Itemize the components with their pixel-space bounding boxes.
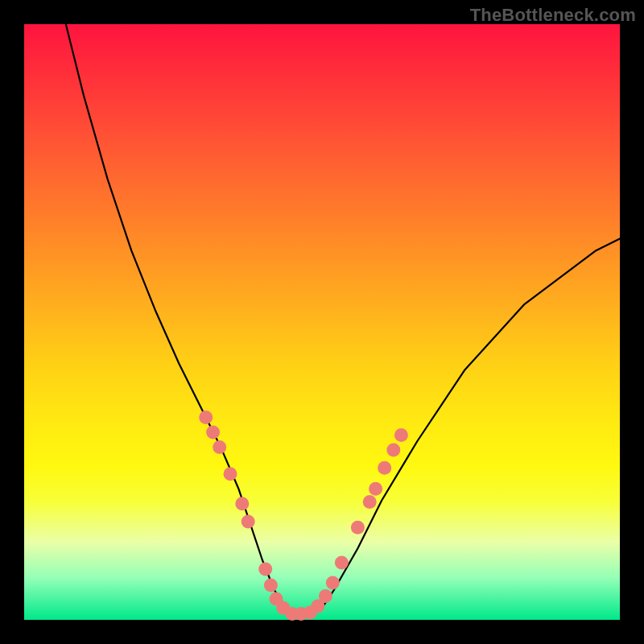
highlight-dot xyxy=(386,444,400,457)
chart-svg xyxy=(24,24,620,620)
plot-area xyxy=(24,24,620,620)
highlight-dot xyxy=(319,589,332,603)
watermark-text: TheBottleneck.com xyxy=(470,5,636,26)
highlight-dot xyxy=(213,440,226,454)
highlight-dot xyxy=(258,563,272,576)
highlight-dot xyxy=(199,411,213,424)
highlight-dot xyxy=(242,514,255,528)
highlight-dot xyxy=(326,576,340,590)
highlighted-dots xyxy=(199,411,408,621)
highlight-dot xyxy=(206,425,220,439)
highlight-dot xyxy=(378,461,391,475)
highlight-dot xyxy=(335,556,349,570)
highlight-dot xyxy=(264,579,278,592)
curve-path xyxy=(66,24,620,614)
chart-frame: TheBottleneck.com xyxy=(0,0,644,644)
bottleneck-curve xyxy=(66,24,620,614)
highlight-dot xyxy=(363,495,377,509)
highlight-dot xyxy=(394,428,408,442)
highlight-dot xyxy=(369,482,382,496)
highlight-dot xyxy=(224,467,237,481)
highlight-dot xyxy=(235,497,249,510)
highlight-dot xyxy=(351,521,365,535)
